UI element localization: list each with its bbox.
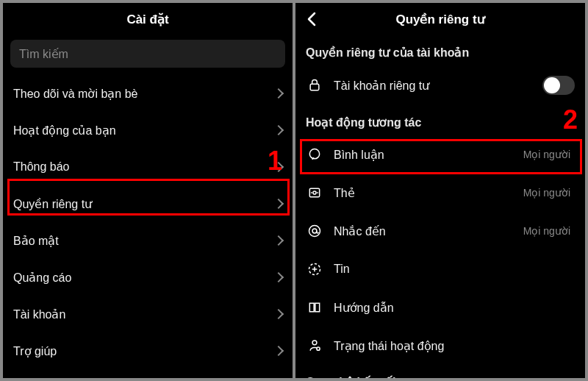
section-connections: Quan hệ kết nối	[295, 365, 585, 378]
svg-point-5	[312, 229, 317, 233]
settings-item-label: Quảng cáo	[13, 271, 270, 285]
row-label: Trạng thái hoạt động	[334, 339, 575, 353]
toggle-knob	[544, 77, 560, 93]
private-account-toggle[interactable]	[542, 76, 575, 95]
privacy-item-guides[interactable]: Hướng dẫn	[295, 288, 585, 327]
chevron-right-icon	[273, 272, 284, 282]
privacy-item-mentions[interactable]: Nhắc đến Mọi người	[295, 212, 585, 250]
settings-item-help[interactable]: Trợ giúp	[3, 332, 293, 369]
tag-icon	[306, 184, 323, 202]
settings-item-label: Trợ giúp	[13, 344, 270, 358]
private-account-row[interactable]: Tài khoản riêng tư	[295, 65, 585, 105]
svg-point-4	[309, 226, 320, 237]
section-interactions: Hoạt động tương tác	[295, 105, 585, 135]
private-account-label: Tài khoản riêng tư	[334, 79, 542, 93]
settings-item-account[interactable]: Tài khoản	[3, 296, 293, 332]
chevron-right-icon	[273, 88, 284, 99]
section-account-privacy: Quyền riêng tư của tài khoản	[295, 35, 585, 65]
settings-item-label: Quyền riêng tư	[13, 197, 270, 211]
search-input[interactable]: Tìm kiếm	[10, 40, 285, 68]
row-value: Mọi người	[523, 187, 570, 199]
row-label: Bình luận	[334, 148, 523, 162]
svg-point-1	[309, 149, 319, 159]
privacy-item-comments[interactable]: Bình luận Mọi người	[295, 135, 585, 174]
settings-item-notifications[interactable]: Thông báo	[3, 149, 293, 185]
chevron-right-icon	[273, 199, 284, 209]
row-label: Thẻ	[334, 186, 523, 200]
back-button[interactable]	[303, 10, 320, 28]
settings-item-activity[interactable]: Hoạt động của bạn	[3, 112, 293, 149]
row-label: Tin	[334, 263, 575, 276]
settings-item-label: Hoạt động của bạn	[13, 124, 270, 138]
chevron-right-icon	[273, 125, 284, 135]
svg-rect-0	[310, 84, 319, 90]
row-label: Hướng dẫn	[334, 301, 575, 315]
search-placeholder: Tìm kiếm	[19, 47, 68, 61]
svg-point-8	[317, 347, 320, 350]
settings-item-label: Bảo mật	[13, 234, 270, 248]
privacy-item-story[interactable]: Tin	[295, 250, 585, 288]
settings-panel: Cài đặt Tìm kiếm Theo dõi và mời bạn bè …	[3, 3, 293, 378]
chevron-right-icon	[273, 162, 284, 172]
svg-point-7	[312, 341, 317, 345]
settings-title: Cài đặt	[126, 12, 168, 27]
guide-icon	[306, 299, 323, 316]
settings-item-label: Thông báo	[13, 160, 270, 174]
mention-icon	[306, 222, 323, 240]
privacy-header: Quyền riêng tư	[295, 3, 585, 35]
settings-item-label: Theo dõi và mời bạn bè	[13, 87, 270, 101]
row-label: Nhắc đến	[334, 224, 523, 238]
story-icon	[306, 260, 323, 278]
chevron-right-icon	[273, 346, 284, 356]
comment-icon	[306, 146, 323, 163]
settings-item-security[interactable]: Bảo mật	[3, 222, 293, 259]
privacy-item-tags[interactable]: Thẻ Mọi người	[295, 174, 585, 212]
settings-item-label: Tài khoản	[13, 307, 270, 321]
settings-item-ads[interactable]: Quảng cáo	[3, 259, 293, 296]
svg-point-3	[313, 191, 316, 194]
privacy-item-activity-status[interactable]: Trạng thái hoạt động	[295, 327, 585, 365]
settings-item-follow[interactable]: Theo dõi và mời bạn bè	[3, 75, 293, 112]
row-value: Mọi người	[523, 149, 570, 160]
activity-status-icon	[306, 337, 323, 355]
privacy-panel: Quyền riêng tư Quyền riêng tư của tài kh…	[295, 3, 585, 378]
privacy-title: Quyền riêng tư	[395, 12, 484, 27]
chevron-right-icon	[273, 235, 284, 246]
row-value: Mọi người	[523, 225, 570, 237]
lock-icon	[306, 76, 323, 94]
settings-header: Cài đặt	[3, 3, 293, 35]
chevron-right-icon	[273, 309, 284, 319]
settings-item-about[interactable]: Giới thiệu	[3, 369, 293, 378]
settings-item-privacy[interactable]: Quyền riêng tư	[3, 185, 293, 222]
